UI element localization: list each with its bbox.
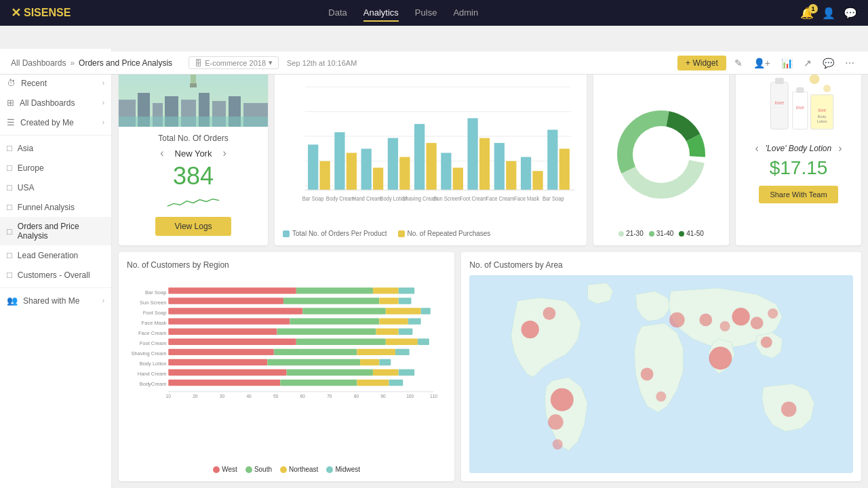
message-icon[interactable]: 💬 <box>844 7 857 20</box>
svg-text:80: 80 <box>354 394 359 399</box>
add-widget-button[interactable]: + Widget <box>677 56 726 70</box>
lotion-prev-arrow[interactable]: ‹ <box>755 142 759 155</box>
sidebar-section-shared: 👥 Shared with Me › <box>0 287 111 313</box>
svg-text:Face Cream: Face Cream <box>486 196 514 202</box>
lotion-price: $17.15 <box>770 157 828 179</box>
svg-rect-23 <box>320 161 330 190</box>
svg-rect-82 <box>168 308 302 314</box>
breadcrumb-all-dashboards[interactable]: All Dashboards <box>11 58 66 68</box>
legend-item-midwest: Midwest <box>326 466 360 473</box>
content-area: Total No. Of Orders ‹ New York › 384 Vie… <box>112 49 868 488</box>
sidebar-item-label: Created by Me <box>20 118 74 127</box>
db-icon: 🗄 <box>195 59 202 67</box>
svg-point-149 <box>709 346 732 369</box>
ny-next-arrow[interactable]: › <box>222 147 226 159</box>
svg-text:love: love <box>774 100 784 106</box>
notification-icon[interactable]: 🔔 1 <box>800 7 814 20</box>
svg-text:Shaving Cream: Shaving Cream <box>132 350 167 357</box>
legend-item-31-40: 31-40 <box>649 230 674 237</box>
svg-rect-83 <box>302 308 386 314</box>
repeat-purchases-widget: No. of Repeat Purchases + Total No. of P… <box>275 56 587 245</box>
share-icon-btn[interactable]: ↗ <box>801 56 814 70</box>
svg-text:70: 70 <box>327 394 332 399</box>
svg-rect-105 <box>395 349 410 355</box>
sidebar-item-usa[interactable]: □ USA <box>0 178 111 197</box>
svg-rect-103 <box>274 349 357 355</box>
svg-text:Foot Soap: Foot Soap <box>143 310 167 316</box>
legend-item-northeast: Northeast <box>280 466 318 473</box>
legend-label-south: South <box>254 466 272 473</box>
svg-rect-98 <box>296 339 386 345</box>
logo-text: SISENSE <box>24 7 71 19</box>
svg-point-57 <box>633 126 690 183</box>
person-add-icon-btn[interactable]: 👤+ <box>751 56 773 70</box>
sidebar-item-asia[interactable]: □ Asia <box>0 138 111 158</box>
svg-rect-30 <box>414 124 425 190</box>
svg-text:Bar Soap: Bar Soap <box>542 196 564 202</box>
chevron-right-icon: › <box>102 99 104 106</box>
svg-point-144 <box>732 308 750 325</box>
svg-rect-118 <box>280 380 357 386</box>
folder-icon: □ <box>7 270 12 280</box>
user-icon[interactable]: 👤 <box>822 7 835 20</box>
chart-icon-btn[interactable]: 📊 <box>778 56 795 70</box>
sidebar-item-customers[interactable]: □ Customers - Overall <box>0 265 111 285</box>
sidebar-item-label: Lead Generation <box>18 251 78 260</box>
lotion-widget: love love love Body Lotion ‹ <box>736 56 861 245</box>
legend-label-west: West <box>222 466 237 473</box>
svg-text:90: 90 <box>380 394 386 399</box>
chat-icon-btn[interactable]: 💬 <box>820 56 837 70</box>
legend-item-21-30: 21-30 <box>618 230 644 237</box>
svg-text:Foot Cream: Foot Cream <box>460 196 488 202</box>
svg-rect-89 <box>379 318 408 324</box>
legend-item-south: South <box>245 466 272 473</box>
nav-admin[interactable]: Admin <box>453 5 478 22</box>
sidebar-item-lead[interactable]: □ Lead Generation <box>0 245 111 265</box>
nav-data[interactable]: Data <box>328 5 347 22</box>
view-logs-button[interactable]: View Logs <box>155 217 231 236</box>
chevron-right-icon: › <box>102 119 104 126</box>
svg-point-139 <box>641 368 654 381</box>
svg-rect-119 <box>357 380 389 386</box>
svg-text:Lotion: Lotion <box>816 119 827 123</box>
svg-rect-32 <box>441 153 451 190</box>
sidebar-item-label: USA <box>18 183 35 192</box>
world-map <box>469 275 853 473</box>
sidebar-item-orders[interactable]: □ Orders and Price Analysis <box>0 217 111 245</box>
sidebar-item-europe[interactable]: □ Europe <box>0 158 111 178</box>
nav-pulse[interactable]: Pulse <box>415 5 437 22</box>
sidebar-item-recent[interactable]: ⏱ Recent › <box>0 73 111 93</box>
sidebar-item-label: Orders and Price Analysis <box>18 222 104 241</box>
svg-text:100: 100 <box>406 394 414 399</box>
svg-point-59 <box>823 85 831 92</box>
svg-rect-74 <box>373 287 399 293</box>
svg-rect-63 <box>772 107 787 108</box>
database-selector[interactable]: 🗄 E-commerce 2018 ▾ <box>189 56 279 69</box>
ny-sparkline <box>166 195 220 210</box>
nav-analytics[interactable]: Analytics <box>363 5 399 22</box>
logo[interactable]: ✕ SISENSE <box>11 5 71 20</box>
svg-text:Body Lotion: Body Lotion <box>140 361 167 367</box>
share-team-button[interactable]: Share With Team <box>759 186 837 203</box>
chevron-right-icon: › <box>102 79 104 87</box>
svg-text:Hand Cream: Hand Cream <box>353 196 382 202</box>
sidebar-item-all-dashboards[interactable]: ⊞ All Dashboards › <box>0 93 111 113</box>
svg-rect-41 <box>559 148 570 190</box>
sidebar-item-label: All Dashboards <box>20 98 75 108</box>
more-icon-btn[interactable]: ⋯ <box>842 56 857 70</box>
ny-prev-arrow[interactable]: ‹ <box>160 147 163 159</box>
sidebar-item-created-by-me[interactable]: ☰ Created by Me › <box>0 113 111 132</box>
svg-text:Bar Soap: Bar Soap <box>302 196 324 202</box>
edit-icon-btn[interactable]: ✎ <box>732 56 745 70</box>
svg-rect-40 <box>547 129 557 190</box>
svg-point-143 <box>720 321 730 331</box>
svg-rect-117 <box>168 380 280 386</box>
legend-item-total: Total No. of Orders Per Product <box>283 230 387 237</box>
sidebar-item-shared[interactable]: 👥 Shared with Me › <box>0 291 111 310</box>
lotion-next-arrow[interactable]: › <box>838 142 842 155</box>
ny-orders-widget: Total No. Of Orders ‹ New York › 384 Vie… <box>119 56 268 245</box>
age-range-legend: 21-30 31-40 41-50 <box>601 230 721 237</box>
svg-rect-97 <box>168 339 296 345</box>
legend-label-31-40: 31-40 <box>656 230 674 237</box>
sidebar-item-funnel[interactable]: □ Funnel Analysis <box>0 197 111 217</box>
